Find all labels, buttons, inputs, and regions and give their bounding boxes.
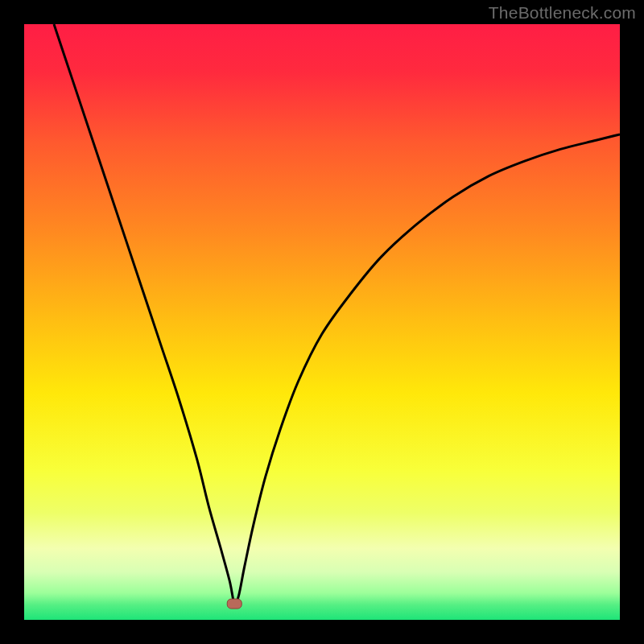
gradient-background [24,24,620,620]
plot-area [24,24,620,620]
bottleneck-marker [227,599,242,609]
chart-frame: TheBottleneck.com [0,0,644,644]
watermark-text: TheBottleneck.com [489,3,636,23]
chart-svg [24,24,620,620]
